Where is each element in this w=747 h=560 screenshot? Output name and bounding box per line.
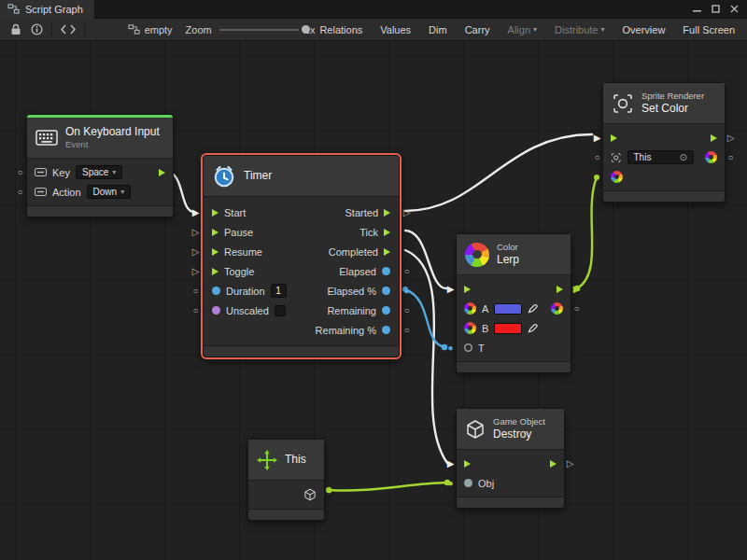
timer-remainingpct-port[interactable]	[382, 326, 390, 334]
code-preview-button[interactable]	[56, 22, 80, 36]
values-button[interactable]: Values	[375, 22, 416, 37]
align-button[interactable]: Align▾	[503, 22, 542, 37]
destroy-flow-out-ext-port[interactable]: ▷	[564, 458, 576, 469]
node-footer	[27, 205, 173, 217]
timer-toggle-ext-port[interactable]: ▷	[190, 266, 202, 277]
node-color-lerp[interactable]: Color Lerp A B T ▶ ● ▶ ○	[456, 233, 571, 373]
timer-elapsed-ext-port[interactable]: ○	[401, 266, 413, 277]
action-dropdown[interactable]: Down▾	[87, 185, 132, 199]
timer-started-ext-port[interactable]: ▷	[401, 207, 413, 218]
setcolor-flow-out-ext-port[interactable]: ▷	[725, 133, 737, 144]
key-ext-port[interactable]: ○	[14, 167, 26, 178]
node-header: Game Object Destroy	[457, 409, 564, 450]
timer-elapsedpct-ext-port[interactable]: ●	[401, 286, 413, 297]
timer-selection-outline: Timer Start Started Pause Tick Resume Co…	[201, 153, 402, 359]
timer-pause-port[interactable]	[212, 229, 218, 236]
port-label: B	[482, 323, 488, 334]
eyedropper-icon[interactable]	[528, 323, 538, 333]
node-on-keyboard-input[interactable]: On Keyboard Input Event Key Space▾ Actio…	[26, 114, 174, 217]
eyedropper-icon[interactable]	[528, 303, 538, 314]
lerp-flow-in-port[interactable]	[464, 286, 471, 293]
color-port-icon[interactable]	[464, 322, 476, 334]
timer-unscaled-port[interactable]	[212, 306, 220, 315]
port-row: Action Down▾	[27, 182, 173, 202]
lerp-flow-out-ext-port[interactable]: ▶	[571, 284, 583, 295]
carry-button[interactable]: Carry	[460, 22, 495, 37]
fullscreen-button[interactable]: Full Screen	[678, 22, 740, 37]
keyboard-flow-out-port[interactable]	[159, 169, 165, 176]
timer-resume-ext-port[interactable]: ▷	[190, 246, 202, 258]
node-title: This	[285, 453, 306, 467]
distribute-button[interactable]: Distribute▾	[550, 22, 609, 37]
graph-asset-icon	[128, 24, 140, 35]
destroy-obj-port[interactable]	[464, 479, 472, 487]
timer-unscaled-ext-port[interactable]: ○	[190, 305, 202, 316]
timer-toggle-port[interactable]	[212, 268, 218, 275]
setcolor-flow-in-ext-port[interactable]: ▶	[591, 133, 603, 144]
destroy-obj-ext-port[interactable]: ●	[444, 478, 457, 489]
lerp-flow-out-port[interactable]	[557, 286, 563, 293]
timer-remaining-port[interactable]	[382, 306, 390, 315]
dim-button[interactable]: Dim	[424, 22, 452, 37]
timer-elapsed-port[interactable]	[382, 267, 390, 275]
color-port-icon[interactable]	[464, 302, 476, 315]
timer-remaining-ext-port[interactable]: ○	[401, 305, 413, 316]
timer-started-port[interactable]	[384, 209, 390, 217]
lerp-result-ext-port[interactable]: ○	[571, 303, 583, 315]
graph-name[interactable]: empty	[128, 24, 173, 35]
overview-button[interactable]: Overview	[618, 22, 670, 37]
timer-resume-port[interactable]	[212, 248, 218, 256]
this-out-ext-port[interactable]: ●	[323, 485, 335, 497]
timer-pause-ext-port[interactable]: ▷	[190, 227, 202, 238]
lock-button[interactable]	[6, 21, 26, 37]
node-header: Color Lerp	[457, 234, 571, 275]
destroy-flow-in-ext-port[interactable]: ▶	[444, 458, 457, 469]
toolbar-separator	[84, 22, 85, 36]
distribute-label: Distribute	[555, 24, 598, 35]
node-set-color[interactable]: Sprite Renderer Set Color This⊙ ▶ ○ ● ▷ …	[602, 82, 726, 203]
zoom-slider[interactable]	[219, 24, 299, 35]
port-row	[457, 279, 571, 299]
color-a-swatch[interactable]	[494, 303, 522, 315]
lerp-t-port[interactable]	[464, 343, 472, 352]
setcolor-color-port-icon[interactable]	[611, 171, 623, 183]
destroy-flow-out-port[interactable]	[550, 460, 557, 468]
action-ext-port[interactable]: ○	[14, 187, 26, 198]
minimize-button[interactable]	[689, 3, 704, 16]
timer-start-port[interactable]	[212, 209, 218, 217]
key-value: Space	[82, 167, 108, 177]
zoom-handle[interactable]	[302, 25, 310, 34]
relations-button[interactable]: Relations	[315, 22, 367, 37]
info-button[interactable]	[26, 21, 48, 37]
setcolor-flow-out-port[interactable]	[711, 134, 717, 142]
setcolor-flow-in-port[interactable]	[611, 134, 617, 142]
sprite-renderer-port-icon[interactable]	[611, 152, 622, 163]
close-button[interactable]	[726, 3, 741, 16]
node-timer[interactable]: Timer Start Started Pause Tick Resume Co…	[203, 155, 400, 357]
setcolor-target-ext-port[interactable]: ○	[591, 152, 603, 163]
unscaled-checkbox[interactable]	[275, 305, 286, 316]
timer-elapsedpct-port[interactable]	[382, 287, 390, 295]
timer-start-ext-port[interactable]: ▶	[190, 207, 202, 218]
timer-duration-port[interactable]	[212, 287, 220, 295]
timer-duration-ext-port[interactable]: ○	[190, 286, 202, 297]
lerp-result-port-icon[interactable]	[551, 302, 563, 315]
gameobject-port-icon[interactable]	[303, 488, 317, 501]
timer-tick-port[interactable]	[384, 229, 390, 236]
key-dropdown[interactable]: Space▾	[76, 165, 122, 179]
setcolor-result-ext-port[interactable]: ○	[725, 152, 737, 163]
tab-script-graph[interactable]: Script Graph	[0, 0, 95, 19]
lerp-flow-in-ext-port[interactable]: ▶	[444, 284, 457, 295]
timer-remainingpct-ext-port[interactable]: ○	[401, 325, 413, 336]
setcolor-color-ext-port[interactable]: ●	[591, 172, 603, 183]
node-destroy[interactable]: Game Object Destroy Obj ▶ ● ▷	[456, 408, 565, 509]
duration-input[interactable]	[271, 284, 287, 298]
maximize-button[interactable]	[708, 3, 723, 16]
color-b-swatch[interactable]	[494, 323, 522, 334]
target-dropdown[interactable]: This⊙	[627, 150, 695, 164]
timer-completed-port[interactable]	[384, 248, 390, 256]
lerp-t-ext-port[interactable]: ●	[444, 343, 457, 354]
setcolor-renderer-out-icon[interactable]	[705, 151, 717, 163]
node-this[interactable]: This ●	[247, 439, 325, 521]
destroy-flow-in-port[interactable]	[464, 460, 471, 468]
